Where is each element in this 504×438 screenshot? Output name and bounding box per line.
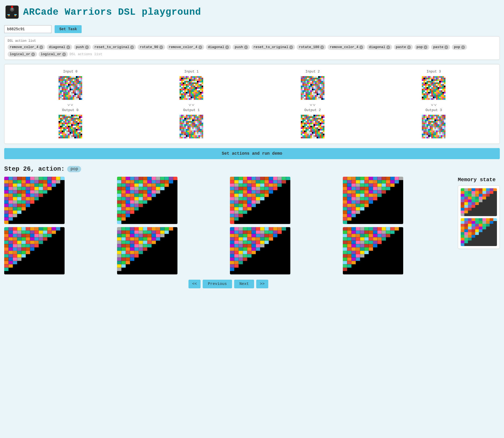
- dsl-tag[interactable]: diagonal✕: [367, 44, 392, 50]
- step-grid-5: [117, 227, 177, 274]
- step-grid-6: [230, 227, 290, 274]
- output-grid-1: [180, 115, 203, 138]
- dsl-tag[interactable]: logical_or✕: [39, 51, 68, 57]
- chevron-down-2: ⌄⌄: [309, 101, 316, 107]
- app-title: ARCade Warriors DSL playground: [23, 7, 201, 18]
- dsl-placeholder: DSL actions list: [70, 52, 102, 56]
- output-label-0: Output 0: [62, 108, 78, 112]
- input-grid-0: [59, 76, 82, 100]
- step-grid-7: [343, 227, 403, 274]
- prev-button[interactable]: Previous: [203, 280, 232, 288]
- dsl-tag[interactable]: logical_or✕: [8, 51, 37, 57]
- output-label-1: Output 1: [183, 108, 200, 112]
- output-grid-0: [59, 115, 82, 138]
- output-grid-2: [301, 115, 324, 138]
- example-col-0: Input 0 ⌄⌄ Output 0: [59, 70, 82, 138]
- remove-tag-icon[interactable]: ✕: [198, 45, 202, 49]
- step-grid-4: [4, 227, 65, 274]
- dsl-tag[interactable]: paste✕: [431, 44, 450, 50]
- step-grids-bottom: [4, 227, 453, 274]
- run-demo-button[interactable]: Set actions and run demo: [4, 148, 500, 159]
- remove-tag-icon[interactable]: ✕: [424, 45, 427, 49]
- dsl-tag[interactable]: push✕: [233, 44, 250, 50]
- example-col-2: Input 2 ⌄⌄ Output 2: [301, 70, 324, 138]
- dsl-panel: DSL action list remove_color_4✕diagonal✕…: [4, 36, 500, 60]
- example-col-3: Input 3 ⌄⌄ Output 3: [422, 70, 445, 138]
- step-grid-2: [230, 177, 290, 224]
- step-label: Step 26, action:: [4, 165, 65, 173]
- output-label-2: Output 2: [304, 108, 321, 112]
- step-grids-top: [4, 177, 453, 224]
- task-input[interactable]: [4, 25, 51, 33]
- remove-tag-icon[interactable]: ✕: [407, 45, 411, 49]
- grids-area: << Previous Next >>: [4, 177, 453, 288]
- app-header: ARCade Warriors DSL playground: [4, 4, 500, 20]
- remove-tag-icon[interactable]: ✕: [289, 45, 293, 49]
- main-content: << Previous Next >> Memory state: [4, 177, 500, 288]
- next-next-button[interactable]: >>: [256, 280, 268, 288]
- nav-row: << Previous Next >>: [4, 280, 453, 288]
- svg-rect-4: [7, 14, 10, 15]
- dsl-tag[interactable]: reset_to_original✕: [251, 44, 295, 50]
- dsl-tag[interactable]: pop✕: [414, 44, 429, 50]
- remove-tag-icon[interactable]: ✕: [159, 45, 163, 49]
- remove-tag-icon[interactable]: ✕: [66, 45, 70, 49]
- remove-tag-icon[interactable]: ✕: [130, 45, 134, 49]
- dsl-tag[interactable]: remove_color_4✕: [8, 44, 45, 50]
- input-label-1: Input 1: [184, 70, 199, 74]
- output-label-3: Output 3: [426, 108, 442, 112]
- example-col-1: Input 1 ⌄⌄ Output 1: [180, 70, 203, 138]
- task-row: Set Task: [4, 25, 500, 33]
- svg-point-3: [11, 6, 13, 8]
- step-row: Step 26, action: pop: [4, 165, 500, 173]
- dsl-tags-container: remove_color_4✕diagonal✕push✕reset_to_or…: [8, 44, 496, 57]
- memory-item-0: [461, 188, 497, 216]
- memory-item-1: [461, 218, 497, 246]
- dsl-tag[interactable]: paste✕: [394, 44, 413, 50]
- remove-tag-icon[interactable]: ✕: [225, 45, 229, 49]
- input-grid-1: [180, 76, 203, 100]
- remove-tag-icon[interactable]: ✕: [386, 45, 390, 49]
- dsl-tag[interactable]: remove_color_4✕: [167, 44, 204, 50]
- remove-tag-icon[interactable]: ✕: [359, 45, 363, 49]
- chevron-down-1: ⌄⌄: [188, 101, 195, 107]
- input-label-2: Input 2: [305, 70, 320, 74]
- set-task-button[interactable]: Set Task: [55, 25, 82, 33]
- chevron-down-0: ⌄⌄: [67, 101, 74, 107]
- dsl-tag[interactable]: diagonal✕: [206, 44, 231, 50]
- step-grid-3: [343, 177, 403, 224]
- memory-label: Memory state: [458, 177, 500, 183]
- dsl-tag[interactable]: push✕: [74, 44, 91, 50]
- remove-tag-icon[interactable]: ✕: [62, 53, 66, 56]
- input-grid-3: [422, 76, 445, 100]
- dsl-tag[interactable]: rotate_180✕: [297, 44, 326, 50]
- remove-tag-icon[interactable]: ✕: [320, 45, 324, 49]
- joystick-icon: [4, 4, 20, 20]
- prev-prev-button[interactable]: <<: [188, 280, 201, 288]
- next-button[interactable]: Next: [234, 280, 254, 288]
- dsl-tag[interactable]: diagonal✕: [47, 44, 72, 50]
- svg-rect-7: [14, 15, 16, 16]
- svg-rect-5: [14, 14, 17, 15]
- remove-tag-icon[interactable]: ✕: [85, 45, 89, 49]
- input-grid-2: [301, 76, 324, 100]
- remove-tag-icon[interactable]: ✕: [444, 45, 448, 49]
- output-grid-3: [422, 115, 445, 138]
- dsl-tag[interactable]: remove_color_4✕: [328, 44, 365, 50]
- memory-panel: Memory state: [458, 177, 500, 288]
- input-label-0: Input 0: [63, 70, 77, 74]
- dsl-tag[interactable]: pop✕: [452, 44, 467, 50]
- input-label-3: Input 3: [427, 70, 441, 74]
- examples-grid: Input 0 ⌄⌄ Output 0 Input 1 ⌄⌄ Output 1 …: [10, 70, 494, 138]
- dsl-tag[interactable]: rotate_90✕: [138, 44, 165, 50]
- svg-rect-6: [8, 15, 10, 16]
- chevron-down-3: ⌄⌄: [430, 101, 437, 107]
- dsl-tag[interactable]: reset_to_original✕: [92, 44, 136, 50]
- remove-tag-icon[interactable]: ✕: [461, 45, 465, 49]
- remove-tag-icon[interactable]: ✕: [31, 53, 35, 56]
- action-badge: pop: [67, 166, 81, 172]
- step-grid-1: [117, 177, 177, 224]
- remove-tag-icon[interactable]: ✕: [39, 45, 43, 49]
- memory-box: [458, 185, 500, 249]
- remove-tag-icon[interactable]: ✕: [244, 45, 248, 49]
